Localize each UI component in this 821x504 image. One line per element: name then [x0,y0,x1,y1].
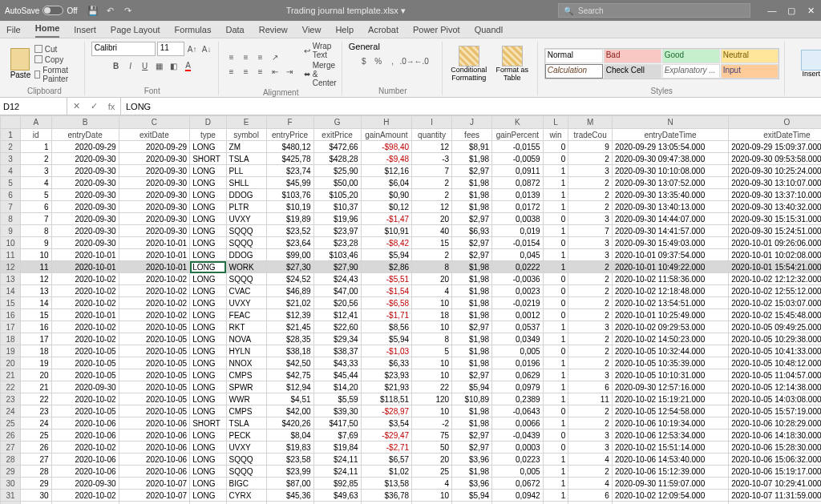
cell[interactable]: 2020-10-01 [51,309,119,321]
row-header[interactable]: 9 [1,225,21,237]
cell[interactable]: SHLL [226,177,266,189]
font-name-select[interactable]: Calibri [91,42,156,56]
cell[interactable]: SQQQ [226,454,266,466]
enter-formula-icon[interactable]: ✓ [85,101,103,111]
cell[interactable]: 2020-10-02 [51,273,119,285]
cell[interactable]: 2020-10-05 [51,357,119,369]
cell[interactable]: 13 [20,285,51,297]
cell[interactable]: $5,94 [361,333,412,345]
cell[interactable]: $38,37 [313,345,361,357]
cell[interactable]: -$1,71 [361,309,412,321]
cell[interactable]: 2 [568,345,613,357]
cell[interactable]: $42,75 [266,369,313,381]
cell[interactable]: 2020-10-06 [119,466,190,478]
cell[interactable]: 2020-10-01 [119,261,190,273]
cell[interactable]: $103,46 [313,249,361,261]
cell[interactable]: 2020-10-06 15:12:39.000 [612,466,728,478]
cut-button[interactable]: Cut [34,45,79,54]
style-explanatory[interactable]: Explanatory ... [662,64,720,79]
cell[interactable]: 3 [568,442,613,454]
cell[interactable]: 2020-10-01 [119,237,190,249]
header-cell[interactable]: exitPrice [313,129,361,141]
cell[interactable]: 2020-09-29 15:09:37.000 [729,141,821,153]
decrease-indent-icon[interactable]: ⇤ [269,66,281,79]
format-painter-button[interactable]: Format Painter [34,66,79,83]
cell[interactable]: $6,33 [361,357,412,369]
cell[interactable]: 0,0023 [492,285,544,297]
cell[interactable]: 2020-10-06 [51,417,119,429]
cell[interactable]: $47,00 [313,285,361,297]
cell[interactable]: 20 [412,273,452,285]
cell[interactable]: 3 [568,237,613,249]
cell[interactable]: $12,41 [313,309,361,321]
cell[interactable]: LONG [190,454,226,466]
tab-review[interactable]: Review [259,25,288,38]
cell[interactable]: LONG [190,381,226,393]
cell[interactable]: 2020-10-05 [51,405,119,417]
cell[interactable]: LONG [190,478,226,490]
cell[interactable]: 20 [412,213,452,225]
align-left-icon[interactable]: ≡ [225,66,238,79]
cell[interactable]: 2020-09-30 [51,165,119,177]
header-cell[interactable]: exitDate [119,129,190,141]
cell[interactable]: 0,005 [492,345,544,357]
cell[interactable]: $23,52 [266,225,313,237]
cell[interactable]: $28,35 [266,333,313,345]
cell[interactable]: 2020-10-05 10:35:39.000 [612,357,728,369]
increase-font-icon[interactable]: A↑ [186,42,199,55]
header-cell[interactable]: entryPrice [266,129,313,141]
cell[interactable]: $2,97 [452,165,492,177]
cell[interactable]: 2020-10-05 [51,502,119,505]
cell[interactable]: $1,98 [452,177,492,189]
cell[interactable]: 11 [568,393,613,405]
maximize-icon[interactable]: ▢ [786,6,797,16]
cell[interactable]: 2020-10-05 10:48:12.000 [729,357,821,369]
cell[interactable]: 0,0537 [492,321,544,333]
cell[interactable]: $42,50 [266,357,313,369]
cell[interactable]: $21,93 [361,381,412,393]
row-header[interactable]: 22 [1,381,21,393]
style-input[interactable]: Input [721,64,779,79]
cell[interactable]: 2020-10-05 10:10:31.000 [612,369,728,381]
cell[interactable]: 2020-09-30 [119,201,190,213]
cell[interactable]: 40 [412,225,452,237]
cell[interactable]: SHORT [190,417,226,429]
cell[interactable]: 0,0012 [492,309,544,321]
cell[interactable]: $6,57 [361,454,412,466]
cell[interactable]: 2020-10-07 11:31:59.000 [729,490,821,502]
cell[interactable]: $24,52 [266,273,313,285]
row-header[interactable]: 4 [1,165,21,177]
cell[interactable]: 2020-10-02 [119,273,190,285]
cell[interactable]: $10,37 [313,201,361,213]
cell[interactable]: 10 [412,297,452,309]
cell[interactable]: $5,94 [361,249,412,261]
cell[interactable]: 22 [412,381,452,393]
cell[interactable]: LONG [190,213,226,225]
cell[interactable]: RKT [226,321,266,333]
cell[interactable]: 2020-10-07 [119,490,190,502]
cell[interactable]: 0,0872 [492,177,544,189]
autosave-switch[interactable] [42,6,63,15]
cell[interactable]: 24 [20,417,51,429]
column-header[interactable]: H [361,116,412,129]
cell[interactable]: $19,89 [266,213,313,225]
row-header[interactable]: 20 [1,357,21,369]
cell[interactable]: 2020-10-05 12:14:38.000 [729,381,821,393]
cell[interactable]: 6 [568,381,613,393]
align-bottom-icon[interactable]: ≡ [254,51,267,64]
cell[interactable]: 2020-10-02 [51,285,119,297]
cell[interactable]: 2020-10-05 10:41:33.000 [729,345,821,357]
cell[interactable]: 2020-10-05 09:49:25.000 [729,321,821,333]
column-header[interactable]: M [568,116,613,129]
italic-button[interactable]: I [124,59,137,72]
autosave-toggle[interactable]: AutoSave Off [5,6,78,15]
cell[interactable]: 2 [568,417,613,429]
cell[interactable]: 10 [412,405,452,417]
cell[interactable]: -0,0643 [492,405,544,417]
cell[interactable]: 2020-10-07 [119,478,190,490]
cell[interactable]: LONG [190,345,226,357]
cell[interactable]: $10,89 [452,393,492,405]
fx-icon[interactable]: fx [103,102,120,111]
cell[interactable]: 2020-10-05 [119,393,190,405]
cell[interactable]: 2020-09-30 15:49:03.000 [612,237,728,249]
